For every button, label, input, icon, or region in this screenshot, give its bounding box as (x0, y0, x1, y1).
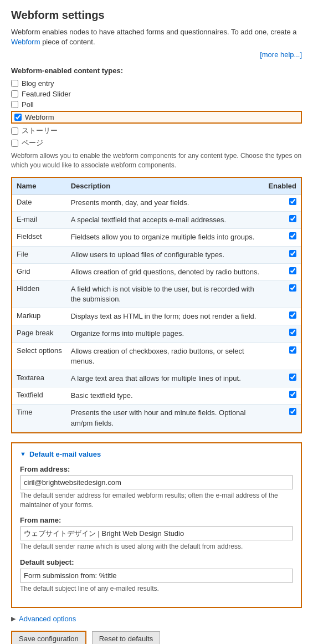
table-row: MarkupDisplays text as HTML in the form;… (12, 308, 301, 325)
from-address-input[interactable] (20, 476, 293, 489)
component-description: Organize forms into multiple pages. (66, 325, 264, 343)
component-description: Presents month, day, and year fields. (66, 194, 264, 211)
advanced-options-label: Advanced options (19, 615, 76, 623)
from-address-group: From address: The default sender address… (20, 465, 293, 510)
checkbox-webform-label: Webform (25, 113, 54, 121)
default-subject-input[interactable] (20, 569, 293, 582)
email-section-title: Default e-mail values (29, 450, 101, 458)
component-description: Displays text as HTML in the form; does … (66, 308, 264, 325)
reset-to-defaults-button[interactable]: Reset to defaults (92, 631, 161, 644)
component-enabled-cell[interactable] (264, 325, 301, 343)
component-name: Fieldset (12, 229, 66, 246)
table-row: Page breakOrganize forms into multiple p… (12, 325, 301, 343)
component-name: Time (12, 405, 66, 432)
component-enabled-cell[interactable] (264, 405, 301, 432)
table-row: GridAllows creation of grid questions, d… (12, 263, 301, 280)
table-row: TextareaA large text area that allows fo… (12, 370, 301, 387)
components-table-wrapper: Name Description Enabled DatePresents mo… (11, 177, 302, 433)
table-row: E-mailA special textfield that accepts e… (12, 212, 301, 229)
from-name-label: From name: (20, 516, 293, 524)
component-enabled-cell[interactable] (264, 212, 301, 229)
component-enabled-cell[interactable] (264, 246, 301, 263)
component-enabled-checkbox[interactable] (289, 391, 296, 398)
from-name-input[interactable] (20, 527, 293, 540)
default-subject-label: Default subject: (20, 558, 293, 566)
email-section: ▼ Default e-mail values From address: Th… (11, 442, 302, 608)
checkbox-poll[interactable]: Poll (11, 100, 302, 109)
component-enabled-cell[interactable] (264, 308, 301, 325)
table-row: HiddenA field which is not visible to th… (12, 280, 301, 308)
table-row: FileAllow users to upload files of confi… (12, 246, 301, 263)
collapse-icon: ▼ (20, 451, 26, 457)
advanced-options[interactable]: ▶ Advanced options (11, 615, 302, 623)
page-title: Webform settings (11, 9, 302, 22)
table-row: TextfieldBasic textfield type. (12, 387, 301, 405)
component-name: Markup (12, 308, 66, 325)
component-enabled-cell[interactable] (264, 343, 301, 370)
checkbox-blog-entry[interactable]: Blog entry (11, 79, 302, 88)
component-name: Select options (12, 343, 66, 370)
col-header-enabled: Enabled (264, 178, 301, 195)
component-enabled-checkbox[interactable] (289, 215, 296, 222)
from-address-label: From address: (20, 465, 293, 473)
default-subject-group: Default subject: The default subject lin… (20, 558, 293, 594)
component-description: Presents the user with hour and minute f… (66, 405, 264, 432)
checkbox-story-input[interactable] (11, 127, 18, 135)
components-table: Name Description Enabled DatePresents mo… (12, 178, 301, 432)
component-enabled-checkbox[interactable] (289, 329, 296, 336)
component-enabled-cell[interactable] (264, 229, 301, 246)
component-enabled-checkbox[interactable] (289, 267, 296, 274)
content-types-note: Webform allows you to enable the webform… (11, 151, 302, 170)
component-enabled-checkbox[interactable] (289, 284, 296, 292)
more-help-link[interactable]: [more help...] (11, 50, 302, 59)
email-section-header[interactable]: ▼ Default e-mail values (20, 450, 293, 458)
component-enabled-checkbox[interactable] (289, 198, 296, 205)
component-enabled-checkbox[interactable] (289, 311, 296, 319)
component-enabled-cell[interactable] (264, 280, 301, 308)
component-enabled-checkbox[interactable] (289, 374, 296, 381)
content-types-list: Blog entry Featured Slider Poll Webform … (11, 79, 302, 148)
component-enabled-checkbox[interactable] (289, 232, 296, 239)
component-enabled-cell[interactable] (264, 370, 301, 387)
checkbox-blog-entry-input[interactable] (11, 80, 18, 87)
advanced-options-icon: ▶ (11, 615, 16, 622)
checkbox-featured-slider-label: Featured Slider (22, 90, 71, 98)
component-description: A special textfield that accepts e-mail … (66, 212, 264, 229)
default-subject-hint: The default subject line of any e-mailed… (20, 584, 293, 594)
checkbox-page-input[interactable] (11, 140, 18, 147)
checkbox-featured-slider-input[interactable] (11, 90, 18, 98)
component-description: A large text area that allows for multip… (66, 370, 264, 387)
table-row: FieldsetFieldsets allow you to organize … (12, 229, 301, 246)
checkbox-featured-slider[interactable]: Featured Slider (11, 90, 302, 98)
checkbox-story[interactable]: ストーリー (11, 126, 302, 136)
component-description: Fieldsets allow you to organize multiple… (66, 229, 264, 246)
component-description: Allow users to upload files of configura… (66, 246, 264, 263)
col-header-description: Description (66, 178, 264, 195)
checkbox-webform-input[interactable] (14, 114, 22, 121)
component-enabled-cell[interactable] (264, 194, 301, 211)
component-enabled-checkbox[interactable] (289, 408, 296, 415)
checkbox-story-label: ストーリー (22, 126, 58, 136)
component-name: E-mail (12, 212, 66, 229)
checkbox-page-label: ページ (22, 138, 43, 148)
component-name: Date (12, 194, 66, 211)
component-enabled-cell[interactable] (264, 263, 301, 280)
component-name: Textarea (12, 370, 66, 387)
component-name: Page break (12, 325, 66, 343)
save-configuration-button[interactable]: Save configuration (11, 631, 86, 644)
component-name: Textfield (12, 387, 66, 405)
content-types-label: Webform-enabled content types: (11, 67, 302, 75)
page-description: Webform enables nodes to have attached f… (11, 27, 302, 47)
table-row: TimePresents the user with hour and minu… (12, 405, 301, 432)
col-header-name: Name (12, 178, 66, 195)
component-enabled-checkbox[interactable] (289, 250, 296, 257)
checkbox-poll-input[interactable] (11, 101, 18, 108)
checkbox-page[interactable]: ページ (11, 138, 302, 148)
component-enabled-checkbox[interactable] (289, 346, 296, 354)
component-description: Allows creation of checkboxes, radio but… (66, 343, 264, 370)
checkbox-webform[interactable]: Webform (11, 111, 302, 124)
table-row: Select optionsAllows creation of checkbo… (12, 343, 301, 370)
component-enabled-cell[interactable] (264, 387, 301, 405)
webform-link[interactable]: Webform (11, 38, 40, 46)
table-header-row: Name Description Enabled (12, 178, 301, 195)
